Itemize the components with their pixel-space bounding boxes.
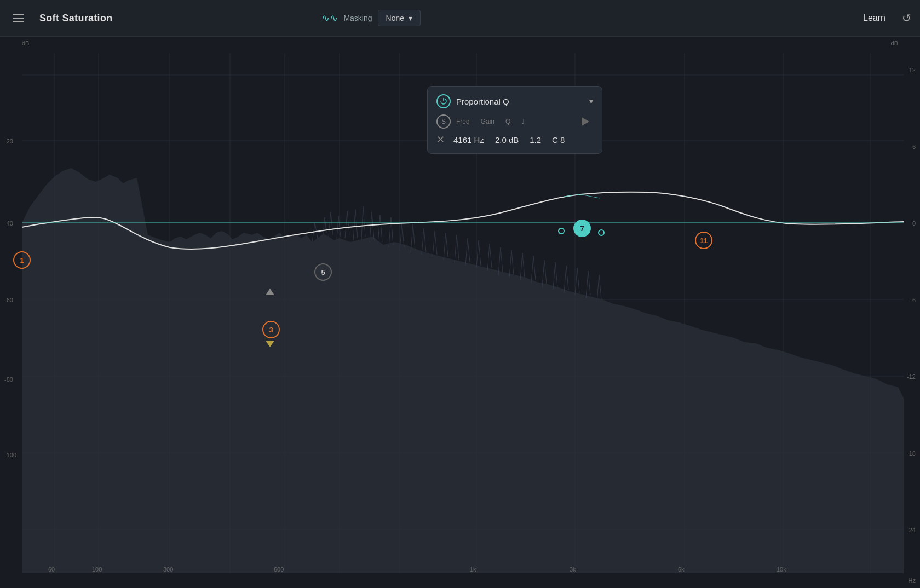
eq-container: dB -20 -40 -60 -80 -100 dB 12 6 0 -6 -12… [0,37,920,588]
x-label-60: 60 [48,566,55,573]
eq-node-7-handle-right[interactable] [598,229,605,236]
popup-play-button[interactable] [578,114,593,129]
play-triangle-icon [582,117,589,126]
y-label-right-6: 6 [912,143,916,150]
popup-row-1: Proportional Q ▾ [436,94,593,108]
y-label-right-12: 12 [909,67,916,73]
y-label-neg60: -60 [4,297,13,303]
y-label-right-neg24: -24 [907,527,916,533]
popup-s-button[interactable]: S [436,114,451,129]
arrow-down-icon [266,341,274,347]
popup-label-q: Q [505,118,510,125]
popup-label-note: ♩ [521,118,525,125]
db-label-left: dB [22,40,29,47]
y-label-right-neg6: -6 [910,297,916,303]
masking-section: ∿∿ Masking None ▾ [321,10,421,26]
eq-node-11[interactable]: 11 [695,232,712,249]
drag-arrows-node3-down [266,341,274,347]
drag-arrows-node3 [266,289,274,295]
masking-dropdown-arrow: ▾ [409,14,412,22]
y-label-neg80: -80 [4,376,13,383]
popup-note-value: C 8 [552,135,565,145]
eq-node-1[interactable]: 1 [13,251,31,269]
y-label-right-0: 0 [912,220,916,227]
eq-node-3[interactable]: 3 [262,321,280,338]
y-label-neg100: -100 [4,452,16,458]
power-icon [439,97,448,106]
popup-row-2: S Freq Gain Q ♩ [436,114,593,129]
x-label-600: 600 [274,566,284,573]
learn-button[interactable]: Learn [858,10,891,26]
hz-label: Hz [909,577,916,584]
popup-column-labels: Freq Gain Q ♩ [456,118,572,125]
y-label-right-neg18: -18 [907,450,916,457]
masking-label: Masking [343,14,372,22]
x-label-1k: 1k [470,566,476,573]
y-label-neg40: -40 [4,220,13,227]
x-label-100: 100 [92,566,102,573]
right-controls: Learn ↺ [858,10,911,26]
masking-value: None [386,14,404,22]
menu-icon[interactable] [9,10,28,26]
popup-q-value: 1.2 [530,135,541,145]
popup-preset-name: Proportional Q [456,97,584,106]
masking-icon: ∿∿ [321,12,338,24]
popup-power-button[interactable] [436,94,451,108]
popup-row-3: ✕ 4161 Hz 2.0 dB 1.2 C 8 [436,134,593,146]
masking-dropdown[interactable]: None ▾ [378,10,421,26]
rotate-icon[interactable]: ↺ [902,11,911,25]
popup-close-button[interactable]: ✕ [436,134,445,146]
x-label-6k: 6k [678,566,685,573]
x-label-300: 300 [163,566,173,573]
popup-label-gain: Gain [481,118,495,125]
x-label-3k: 3k [570,566,576,573]
popup-dropdown-arrow[interactable]: ▾ [589,97,593,106]
y-label-right-neg12: -12 [907,373,916,380]
preset-name: Soft Saturation [39,13,113,24]
y-label-neg20: -20 [4,138,13,145]
topbar: Soft Saturation ∿∿ Masking None ▾ Learn … [0,0,920,37]
db-label-right: dB [891,40,898,47]
popup-freq-value: 4161 Hz [453,135,484,145]
popup-values: 4161 Hz 2.0 dB 1.2 C 8 [453,135,565,145]
x-label-10k: 10k [777,566,786,573]
eq-node-7[interactable]: 7 [573,220,591,237]
eq-node-5[interactable]: 5 [314,263,332,281]
eq-node-7-handle-left[interactable] [558,228,565,234]
popup-label-freq: Freq [456,118,470,125]
arrow-up-icon [266,289,274,295]
eq-popup-panel: Proportional Q ▾ S Freq Gain Q ♩ ✕ 4161 … [427,86,602,154]
popup-gain-value: 2.0 dB [495,135,519,145]
